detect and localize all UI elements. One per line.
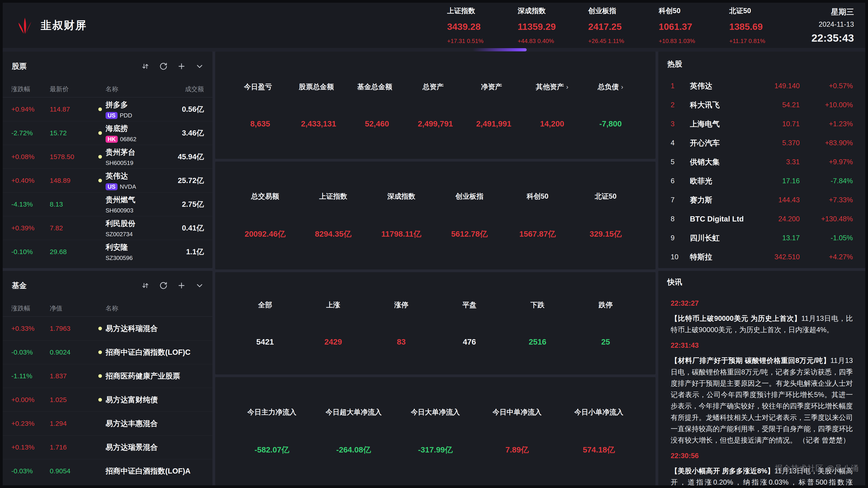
hot-stock-row[interactable]: 4 开心汽车 5.370 +83.90%	[658, 134, 865, 152]
right-column: 热股 1 英伟达 149.140 +0.57% 2 科大讯飞 54.21	[658, 52, 865, 485]
fund-row[interactable]: -0.03% 0.9054 招商中证白酒指数(LOF)A	[3, 459, 213, 483]
news-item[interactable]: 22:32:27 【比特币上破90000美元 为历史上首次】11月13日电，比特…	[671, 299, 853, 336]
stat-value: 2,491,991	[476, 119, 511, 128]
hot-stock-row[interactable]: 9 四川长虹 13.17 -1.05%	[658, 229, 865, 248]
clock-label: 22:35:43	[802, 32, 854, 44]
col-header-pct: 涨跌幅	[11, 304, 50, 313]
stat-value: 20092.46亿	[245, 229, 285, 239]
stat-value: 5421	[256, 337, 274, 346]
stat-column[interactable]: 总负债› -7,800	[581, 52, 640, 159]
hot-stock-row[interactable]: 2 科大讯飞 54.21 +10.00%	[658, 95, 865, 114]
hot-stock-row[interactable]: 6 欧菲光 17.16 -7.84%	[658, 171, 865, 191]
top-bar: 韭叔财屏 上证指数 3439.28 +17.31 0.51% 深成指数 1135…	[3, 3, 865, 48]
stock-code: PDD	[120, 112, 132, 119]
stat-value: 2,433,131	[301, 119, 336, 128]
refresh-icon[interactable]	[160, 282, 167, 289]
plus-icon[interactable]	[178, 282, 185, 289]
stock-row[interactable]: -2.72% 15.72 海底捞 HK 06862	[3, 121, 213, 145]
stock-row[interactable]: +0.08% 1578.50 贵州茅台 SH600519	[3, 145, 213, 169]
stock-turnover: 0.56亿	[156, 104, 204, 114]
stat-column[interactable]: 基金总金额› 52,460	[348, 52, 406, 159]
funds-toolbar	[142, 282, 204, 289]
news-item[interactable]: 22:31:43 【材料厂排产好于预期 碳酸锂价格重回8万元/吨】11月13日电…	[671, 341, 853, 446]
stock-row[interactable]: -0.10% 29.68 利安隆 SZ300596	[3, 240, 213, 264]
stat-value: 8,635	[250, 119, 270, 128]
news-panel-title: 快讯	[667, 277, 682, 287]
stat-column: 平盘 476	[435, 272, 503, 374]
index-name: 北证50	[729, 6, 800, 16]
hot-stock-pct: +130.48%	[800, 215, 853, 223]
news-headline: 【美股小幅高开 房多多涨近8%】	[671, 467, 774, 475]
refresh-icon[interactable]	[160, 62, 167, 70]
stat-column: 下跌 2516	[503, 272, 571, 374]
hot-stock-row[interactable]: 8 BTC Digital Ltd. 24.200 +130.48%	[658, 209, 865, 229]
hot-rank: 4	[671, 139, 690, 147]
hot-stocks-list: 1 英伟达 149.140 +0.57% 2 科大讯飞 54.21 +10.00…	[658, 77, 865, 266]
hot-stock-pct: -7.84%	[800, 177, 853, 185]
hot-stock-row[interactable]: 1 英伟达 149.140 +0.57%	[658, 77, 865, 95]
stock-turnover: 3.46亿	[156, 128, 204, 138]
fund-pct: -0.03%	[11, 467, 50, 475]
sort-icon[interactable]	[142, 282, 149, 289]
hot-stock-row[interactable]: 3 上海电气 10.71 +1.23%	[658, 114, 865, 134]
stocks-table-body: +0.94% 114.87 拼多多 US PDD	[3, 97, 213, 264]
stat-value: 2,499,791	[418, 119, 453, 128]
stat-column[interactable]: 股票总金额› 2,433,131	[289, 52, 348, 159]
stocks-panel-header: 股票	[3, 52, 213, 81]
stat-value: -264.08亿	[336, 444, 371, 455]
stat-label: 今日大单净流入	[411, 407, 460, 417]
market-badge: US	[105, 183, 118, 190]
stock-price: 29.68	[50, 248, 98, 256]
stat-column[interactable]: 其他资产› 14,200	[523, 52, 581, 159]
stock-pct: +0.40%	[11, 177, 50, 184]
chevron-down-icon[interactable]	[196, 282, 204, 289]
news-panel-header: 快讯	[658, 271, 865, 293]
stock-name-cell: 利民股份 SZ002734	[98, 219, 156, 238]
middle-column: 今日盈亏› 8,635 股票总金额› 2,433,131 基金总金额› 52,4…	[215, 52, 655, 485]
stock-code: SZ002734	[105, 231, 133, 238]
hot-stock-row[interactable]: 7 赛力斯 144.43 +7.33%	[658, 191, 865, 209]
fund-row[interactable]: -1.11% 1.837 招商医药健康产业股票	[3, 364, 213, 388]
stock-row[interactable]: +0.39% 7.82 利民股份 SZ002734	[3, 216, 213, 240]
stock-turnover: 45.94亿	[156, 152, 204, 162]
hot-stock-price: 10.71	[743, 120, 800, 128]
stock-name: 海底捞	[105, 123, 136, 134]
fund-name-cell: 易方达富财纯债	[98, 395, 204, 405]
news-body: 【材料厂排产好于预期 碳酸锂价格重回8万元/吨】11月13日电，碳酸锂价格重回8…	[671, 355, 853, 446]
news-panel: 快讯 22:32:27 【比特币上破90000美元 为历史上首次】11月13日电…	[658, 271, 865, 485]
stock-price: 148.89	[50, 177, 98, 184]
hot-rank: 2	[671, 101, 690, 109]
stock-row[interactable]: -4.13% 8.13 贵州燃气 SH600903	[3, 192, 213, 216]
index-block: 创业板指 2417.25 +26.45 1.11%	[588, 6, 659, 45]
stat-value: 83	[397, 337, 406, 346]
fund-row[interactable]: +0.13% 1.716 易方达瑞景混合	[3, 435, 213, 459]
stat-value: 5612.78亿	[451, 229, 488, 239]
plus-icon[interactable]	[178, 62, 185, 70]
stat-column[interactable]: 净资产› 2,491,991	[465, 52, 523, 159]
stock-pct: -4.13%	[11, 200, 50, 208]
stat-column[interactable]: 总资产› 2,499,791	[406, 52, 465, 159]
stock-row[interactable]: +0.94% 114.87 拼多多 US PDD	[3, 97, 213, 121]
stat-label: 其他资产›	[536, 82, 568, 92]
stock-name: 英伟达	[105, 171, 136, 181]
fund-row[interactable]: +0.23% 1.294 易方达丰惠混合	[3, 411, 213, 435]
hot-stock-price: 144.43	[743, 196, 800, 204]
index-change: +11.17 0.81%	[729, 37, 800, 45]
hot-rank: 7	[671, 196, 690, 204]
fund-row[interactable]: -0.03% 0.9024 招商中证白酒指数(LOF)C	[3, 340, 213, 364]
stock-row[interactable]: +0.40% 148.89 英伟达 US NVDA	[3, 169, 213, 192]
stat-column: 全部 5421	[231, 272, 299, 374]
chevron-down-icon[interactable]	[196, 62, 204, 70]
stat-column[interactable]: 今日盈亏› 8,635	[231, 52, 289, 159]
stock-code: NVDA	[120, 183, 136, 190]
assets-summary-panel: 今日盈亏› 8,635 股票总金额› 2,433,131 基金总金额› 52,4…	[215, 52, 655, 159]
index-block: 科创50 1061.37 +10.83 1.03%	[659, 6, 729, 45]
hot-stock-row[interactable]: 5 供销大集 3.31 +9.97%	[658, 152, 865, 171]
news-item[interactable]: 22:30:56 【美股小幅高开 房多多涨近8%】11月13日电，美股小幅高开，…	[671, 452, 853, 485]
fund-row[interactable]: +0.00% 1.025 易方达富财纯债	[3, 388, 213, 411]
sort-icon[interactable]	[142, 62, 149, 70]
stat-label: 科创50	[527, 192, 548, 201]
hot-stock-row[interactable]: 10 特斯拉 342.510 +4.27%	[658, 248, 865, 266]
holding-dot-icon	[98, 155, 102, 159]
fund-row[interactable]: +0.33% 1.7963 易方达科瑞混合	[3, 317, 213, 340]
